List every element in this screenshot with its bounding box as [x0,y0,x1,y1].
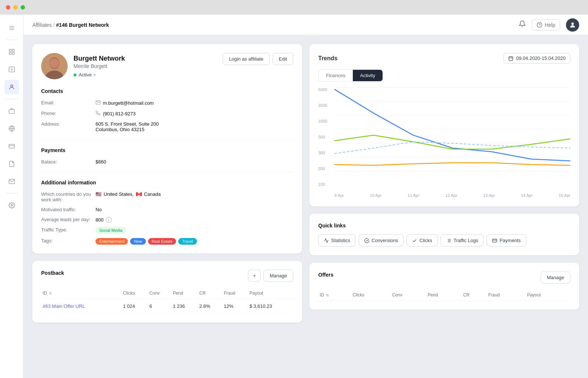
quick-link-conversions[interactable]: Conversions [359,234,404,246]
y-label-1000: 1000 [318,119,333,123]
profile-status[interactable]: Active ▾ [74,72,125,78]
leads-value: 800 i [96,217,293,223]
profile-header: Burgett Network Merrile Burgett Active ▾ [41,53,293,79]
y-label-100: 100 [318,182,333,187]
balance-row: Balace: $860 [41,159,293,165]
card-icon[interactable] [4,139,19,154]
row-clicks: 1 024 [122,299,148,314]
x-label-15apr: 15 Apr [559,193,570,198]
leads-number: 800 [96,217,104,223]
postback-link[interactable]: #63 Main Offer URL [43,303,85,309]
topnav-actions: Help [519,18,579,32]
affiliates-icon[interactable] [4,80,19,94]
canada-text: Canada [144,191,161,197]
tag-new: New [130,238,146,245]
leads-row: Average leads per day: 800 i [41,217,293,223]
contacts-icon[interactable] [4,62,19,77]
y-label-200: 200 [318,166,333,171]
breadcrumb-parent[interactable]: Affiliates [32,22,52,28]
row-conv: 6 [148,299,172,314]
us-flag: 🇺🇸 [96,191,101,197]
quick-link-statistics-label: Statistics [331,238,350,243]
row-pend: 1 236 [171,299,198,314]
email-row: Email: m.burgett@hotmail.com [41,100,293,106]
row-id: #63 Main Offer URL [41,299,122,314]
postback-header: Postback + Manage [41,270,293,282]
quick-link-payments[interactable]: Payments [487,234,526,246]
contacts-grid: Email: m.burgett@hotmail.com Phone: [41,100,293,132]
countries-text: United States, [104,191,134,197]
main-content: Burgett Network Merrile Burgett Active ▾ [24,35,588,378]
left-column: Burgett Network Merrile Burgett Active ▾ [32,44,302,369]
tab-finances[interactable]: Finances [319,70,353,81]
phone-icon [96,111,101,117]
payments-title: Payments [41,147,293,153]
menu-icon[interactable] [4,21,19,35]
svg-rect-40 [492,239,497,242]
user-avatar[interactable] [566,18,579,32]
tags-label: Tags: [41,238,93,244]
notification-bell-icon[interactable] [519,20,526,29]
quick-link-payments-label: Payments [499,238,521,243]
email-icon[interactable] [4,174,19,189]
offers-col-payout: Payout [526,289,570,301]
offers-col-pend: Pend [426,289,462,301]
email-label: Email: [41,100,93,105]
additional-grid: Which countries do you work with: 🇺🇸 Uni… [41,191,293,245]
titlebar [0,0,588,15]
svg-rect-5 [9,53,11,54]
email-value: m.burgett@hotmail.com [96,100,293,106]
briefcase-icon[interactable] [4,104,19,118]
profile-username: Merrile Burgett [74,63,125,69]
quick-link-statistics[interactable]: Statistics [318,234,356,246]
trends-header: Trends 09.04.2020-15.04.2020 [318,53,570,64]
tab-activity[interactable]: Activity [353,70,383,81]
sidebar-divider-1 [6,40,18,40]
content-area: Affiliates / #146 Burgett Network Help [24,15,588,378]
add-postback-button[interactable]: + [248,270,261,282]
postback-table-body: #63 Main Offer URL 1 024 6 1 236 2.8% 12… [41,299,293,314]
x-label-14apr: 14 Apr [521,193,533,198]
login-as-affiliate-button[interactable]: Login as affiliate [223,53,270,65]
date-range-picker[interactable]: 09.04.2020-15.04.2020 [503,53,570,64]
quick-link-clicks[interactable]: Clicks [406,234,438,246]
row-payout: $ 3,610.23 [248,299,293,314]
svg-rect-6 [12,53,14,54]
maximize-dot[interactable] [21,5,25,10]
divider-2 [41,172,293,172]
balance-value: $860 [96,159,293,165]
right-column: Trends 09.04.2020-15.04.2020 Finances Ac… [309,44,579,369]
additional-title: Additional information [41,180,293,186]
postback-card: Postback + Manage ID ⇅ Clicks Conv [32,261,302,323]
close-dot[interactable] [6,5,10,10]
offers-card: Offers Manage ID ⇅ Clicks Conv Pend CR F… [309,263,579,310]
svg-rect-7 [9,67,14,72]
address-label: Address: [41,121,93,127]
globe-icon[interactable] [4,121,19,136]
manage-postback-button[interactable]: Manage [263,270,293,282]
info-circle-icon: i [106,217,112,223]
minimize-dot[interactable] [13,5,18,10]
manage-offers-button[interactable]: Manage [541,271,570,284]
postback-table-header: ID ⇅ Clicks Conv Pend CR Fraud Payout [41,288,293,299]
chart-icon[interactable] [4,44,19,59]
quick-link-clicks-label: Clicks [419,238,432,243]
address-value: 605 S. Front Street, Suite 200 Columbus,… [96,121,293,132]
quick-link-traffic-logs[interactable]: Traffic Logs [441,234,484,246]
svg-rect-11 [9,109,14,114]
quick-links-card: Quick links Statistics Conversions Cl [309,214,579,255]
x-label-12apr: 12 Apr [445,193,457,198]
profile-text: Burgett Network Merrile Burgett Active ▾ [74,55,125,78]
edit-button[interactable]: Edit [273,53,293,65]
svg-point-10 [11,85,13,87]
offers-col-cr: CR [462,289,487,301]
tag-realestate: Real Estate [148,238,176,245]
col-payout: Payout [248,288,293,299]
quick-links-title: Quick links [318,223,570,228]
settings-icon[interactable] [4,198,19,213]
contacts-title: Contacts [41,88,293,94]
y-label-5000: 5000 [318,87,333,92]
y-label-2000: 2000 [318,103,333,108]
reports-icon[interactable] [4,156,19,171]
help-button[interactable]: Help [532,19,560,30]
